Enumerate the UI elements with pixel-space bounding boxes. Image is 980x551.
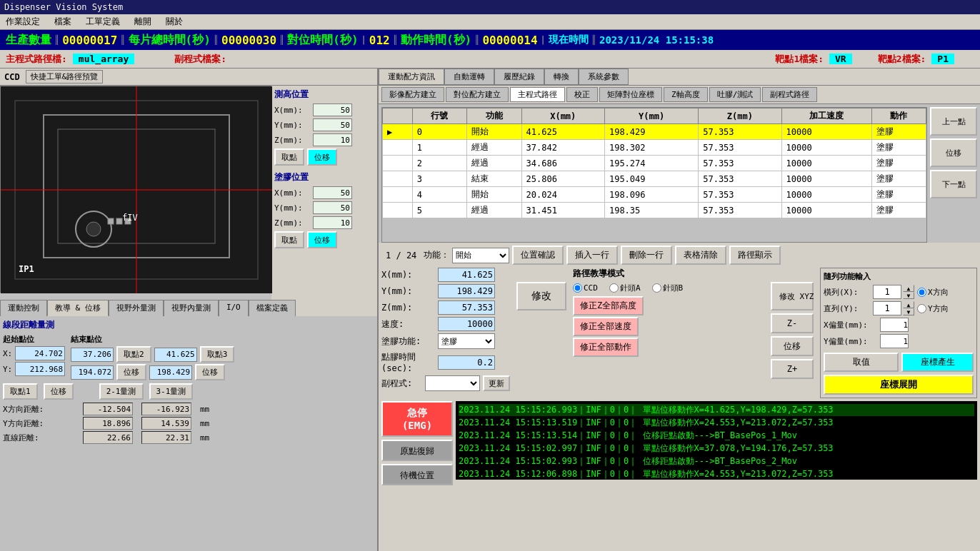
x-dir-radio-label[interactable]: X方向	[917, 287, 949, 298]
x-input[interactable]	[438, 268, 495, 282]
z-minus-btn[interactable]: Z-	[771, 313, 814, 333]
coord-expand-btn[interactable]: 座標展開	[824, 375, 974, 395]
right-tab-convert[interactable]: 轉換	[544, 69, 579, 85]
tab-outer-measure[interactable]: 視野外量測	[109, 300, 164, 316]
modify-z-height-btn[interactable]: 修正Z全部高度	[573, 296, 644, 315]
z-plus-btn[interactable]: Z+	[771, 359, 814, 379]
sub-tab-sub-path[interactable]: 副程式路徑	[762, 87, 817, 102]
coat-y-input[interactable]	[313, 201, 352, 214]
y-dir-radio[interactable]	[917, 304, 926, 313]
right-tab-history[interactable]: 履歷紀錄	[494, 69, 544, 85]
resume-btn[interactable]: 原點復歸	[381, 440, 453, 461]
standby-btn[interactable]: 待機位置	[381, 464, 453, 485]
table-row[interactable]: 4 開始 20.024 198.096 57.353 10000 塗膠	[383, 187, 926, 203]
menu-item-workorder[interactable]: 工單定義	[83, 15, 123, 29]
gen-coord-btn[interactable]: 座標產生	[901, 353, 974, 372]
table-row[interactable]: 2 經過 34.686 195.274 57.353 10000 塗膠	[383, 156, 926, 171]
meas-y-input[interactable]	[313, 118, 352, 131]
sub-tab-calib[interactable]: 校正	[566, 87, 598, 102]
coat-take-btn[interactable]: 取點	[274, 231, 304, 248]
ccd-radio[interactable]	[573, 283, 582, 293]
y-dir-radio-label[interactable]: Y方向	[917, 303, 949, 314]
table-row[interactable]: ▶ 0 開始 41.625 198.429 57.353 10000 塗膠	[383, 124, 926, 140]
prev-point-btn[interactable]: 上一點	[930, 107, 977, 136]
speed-input[interactable]	[438, 317, 495, 331]
right-tab-recipe[interactable]: 運動配方資訊	[379, 69, 444, 85]
sub-tab-z-height[interactable]: Z軸高度	[664, 87, 708, 102]
meas-take-btn1[interactable]: 取點	[274, 148, 304, 166]
right-tab-auto[interactable]: 自動運轉	[444, 69, 494, 85]
move3-btn[interactable]: 位移	[195, 364, 225, 380]
sub-tab-matrix[interactable]: 矩陣對位座標	[599, 87, 662, 102]
table-row[interactable]: 3 結束 25.806 195.049 57.353 10000 塗膠	[383, 171, 926, 187]
sub-proc-select[interactable]	[425, 375, 480, 391]
pos-confirm-btn[interactable]: 位置確認	[512, 246, 564, 265]
headB-radio[interactable]	[652, 283, 661, 293]
clear-table-btn[interactable]: 表格清除	[675, 246, 726, 265]
move2-btn[interactable]: 位移	[116, 364, 146, 380]
sub-tab-image[interactable]: 影像配方建立	[381, 87, 444, 102]
tab-inner-measure[interactable]: 視野內量測	[164, 300, 219, 316]
insert-row-btn[interactable]: 插入一行	[566, 246, 618, 265]
coat-move-btn[interactable]: 位移	[307, 231, 337, 248]
start-x-input[interactable]	[15, 346, 65, 360]
start-y-input[interactable]	[15, 362, 65, 376]
meas-move-btn1[interactable]: 位移	[307, 148, 337, 166]
x-off-input[interactable]	[880, 318, 909, 332]
get-value-btn[interactable]: 取值	[824, 353, 899, 372]
coat-x-input[interactable]	[313, 186, 352, 199]
end-x1-input[interactable]	[71, 348, 114, 362]
menu-item-exit[interactable]: 離開	[131, 15, 154, 29]
meas-z-input[interactable]	[313, 133, 352, 146]
end-y2-input[interactable]	[149, 365, 192, 380]
headA-radio[interactable]	[609, 283, 619, 293]
measure-2-1-btn[interactable]: 2-1量測	[99, 383, 144, 400]
table-container[interactable]: 行號 功能 X(mm) Y(mm) Z(mm) 加工速度 動作 ▶ 0 開始	[381, 107, 927, 243]
sub-tab-dispense[interactable]: 吐膠/測試	[709, 87, 761, 102]
menu-item-settings[interactable]: 作業設定	[3, 15, 43, 29]
coat-z-input[interactable]	[313, 216, 352, 229]
col-input[interactable]	[873, 301, 901, 315]
sub-tab-main-path[interactable]: 主程式路徑	[510, 87, 565, 102]
tab-motion-control[interactable]: 運動控制	[0, 300, 47, 316]
x-dir-radio[interactable]	[917, 288, 926, 297]
y-input[interactable]	[438, 284, 495, 298]
end-y1-input[interactable]	[71, 365, 114, 380]
row-input[interactable]	[873, 285, 901, 299]
ccd-radio-label[interactable]: CCD	[573, 283, 598, 293]
update-btn[interactable]: 更新	[483, 375, 510, 391]
col-down-btn[interactable]: ▼	[903, 308, 914, 315]
modify-btn[interactable]: 修改	[516, 282, 566, 310]
z-input[interactable]	[438, 300, 495, 315]
take-point1-btn[interactable]: 取點1	[3, 383, 38, 400]
headB-radio-label[interactable]: 針頭B	[652, 283, 684, 293]
sub-tab-align[interactable]: 對位配方建立	[446, 87, 509, 102]
modify-xyz-btn[interactable]: 修改 XYZ	[771, 282, 814, 310]
take-point2-btn[interactable]: 取點2	[116, 346, 151, 363]
menu-item-file[interactable]: 檔案	[51, 15, 74, 29]
table-row[interactable]: 5 經過 31.451 198.35 57.353 10000 塗膠	[383, 203, 926, 218]
emergency-btn[interactable]: 急停(EMG)	[381, 401, 453, 437]
col-up-btn[interactable]: ▲	[903, 301, 914, 308]
menu-item-about[interactable]: 關於	[163, 15, 186, 29]
move-btn-nav[interactable]: 位移	[930, 138, 977, 167]
tab-file-def[interactable]: 檔案定義	[249, 300, 296, 316]
move1-btn[interactable]: 位移	[44, 383, 74, 400]
table-row[interactable]: 1 經過 37.842 198.302 57.353 10000 塗膠	[383, 140, 926, 156]
dot-time-input[interactable]	[438, 355, 495, 370]
tab-teach-move[interactable]: 教導 & 位移	[47, 300, 109, 316]
func-select[interactable]: 開始 經過 結束	[452, 248, 509, 263]
next-point-btn[interactable]: 下一點	[930, 170, 977, 198]
ccd-preview-btn[interactable]: 快捷工單&路徑預覽	[26, 70, 104, 84]
delete-row-btn[interactable]: 刪除一行	[621, 246, 672, 265]
end-x2-input[interactable]	[154, 348, 197, 362]
show-path-btn[interactable]: 路徑顯示	[729, 246, 781, 265]
meas-x-input[interactable]	[313, 103, 352, 116]
y-off-input[interactable]	[880, 334, 909, 348]
move-btn-xyz[interactable]: 位移	[771, 336, 814, 356]
row-down-btn[interactable]: ▼	[903, 292, 914, 299]
tab-io[interactable]: I/O	[219, 300, 249, 316]
right-tab-system[interactable]: 系統參數	[579, 69, 629, 85]
row-up-btn[interactable]: ▲	[903, 285, 914, 292]
modify-action-btn[interactable]: 修正全部動作	[573, 338, 639, 357]
